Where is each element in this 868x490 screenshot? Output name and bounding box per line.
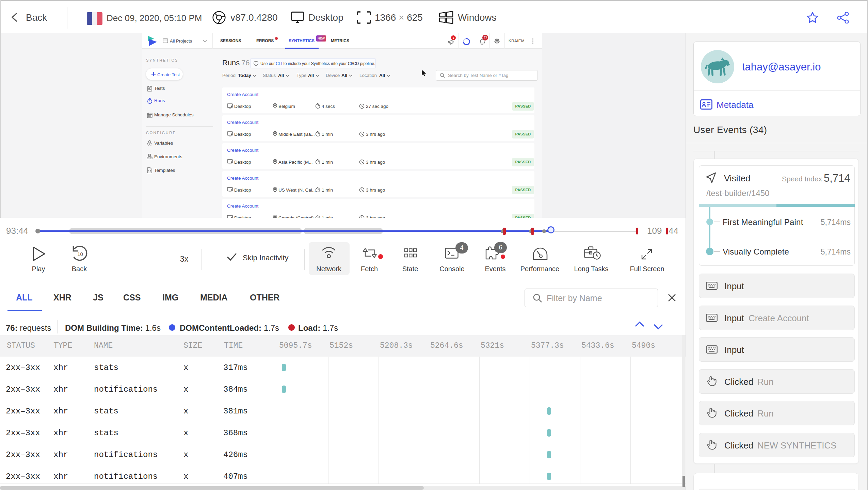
svg-text:10: 10 [77, 251, 83, 257]
